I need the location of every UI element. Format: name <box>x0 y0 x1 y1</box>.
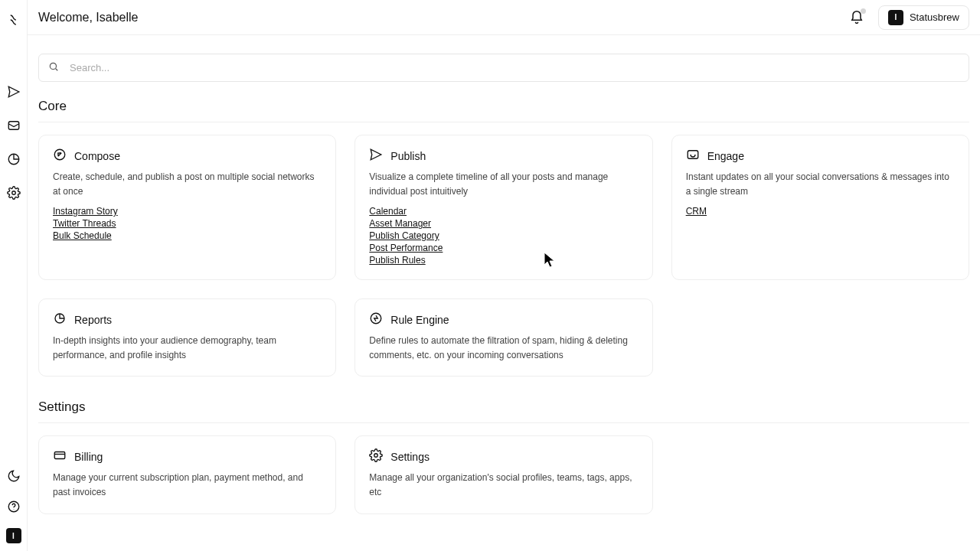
org-switcher[interactable]: I Statusbrew <box>878 5 969 30</box>
link-twitter-threads[interactable]: Twitter Threads <box>53 218 116 229</box>
left-sidebar: I <box>0 0 28 551</box>
org-name: Statusbrew <box>910 11 959 23</box>
card-desc: Visualize a complete timeline of all you… <box>369 170 638 198</box>
card-head-publish[interactable]: Publish <box>369 148 638 164</box>
help-icon[interactable] <box>5 497 23 516</box>
card-desc: Instant updates on all your social conve… <box>686 170 955 198</box>
theme-toggle-icon[interactable] <box>5 467 23 485</box>
card-head-settings[interactable]: Settings <box>369 448 638 465</box>
card-desc: Manage your current subscription plan, p… <box>53 471 322 499</box>
card-title: Reports <box>74 314 112 326</box>
card-title: Rule Engine <box>390 314 449 326</box>
sidebar-item-engage[interactable] <box>5 116 23 135</box>
card-head-compose[interactable]: Compose <box>53 148 322 164</box>
notification-dot-icon <box>861 8 866 14</box>
link-instagram-story[interactable]: Instagram Story <box>53 206 118 217</box>
link-publish-rules[interactable]: Publish Rules <box>369 255 425 266</box>
link-bulk-schedule[interactable]: Bulk Schedule <box>53 230 112 241</box>
publish-icon <box>369 148 383 164</box>
link-publish-category[interactable]: Publish Category <box>369 230 439 241</box>
card-compose: Compose Create, schedule, and publish a … <box>38 135 336 280</box>
svg-point-5 <box>50 63 56 69</box>
card-desc: Create, schedule, and publish a post on … <box>53 170 322 198</box>
card-settings: Settings Manage all your organization's … <box>354 435 652 514</box>
card-desc: Define rules to automate the filtration … <box>369 334 638 362</box>
card-title: Engage <box>707 150 744 162</box>
card-title: Settings <box>390 451 430 463</box>
svg-point-4 <box>13 509 14 510</box>
compose-icon <box>53 148 67 164</box>
card-engage: Engage Instant updates on all your socia… <box>671 135 969 280</box>
rule-engine-icon <box>369 311 383 328</box>
sidebar-avatar[interactable]: I <box>6 528 21 543</box>
link-asset-manager[interactable]: Asset Manager <box>369 218 431 229</box>
search-icon <box>48 61 70 74</box>
section-divider <box>38 422 969 423</box>
reports-icon <box>53 311 67 328</box>
card-head-billing[interactable]: Billing <box>53 448 322 465</box>
section-divider <box>38 122 969 122</box>
card-desc: Manage all your organization's social pr… <box>369 471 638 499</box>
page-title: Welcome, Isabelle <box>38 11 138 24</box>
link-calendar[interactable]: Calendar <box>369 206 407 217</box>
card-head-engage[interactable]: Engage <box>686 148 955 164</box>
org-avatar: I <box>888 10 903 25</box>
billing-icon <box>53 448 67 465</box>
notifications-button[interactable] <box>849 10 864 25</box>
link-post-performance[interactable]: Post Performance <box>369 243 443 253</box>
search-input[interactable] <box>70 62 959 73</box>
section-title-settings: Settings <box>38 399 969 415</box>
sidebar-item-settings[interactable] <box>5 184 23 202</box>
card-title: Billing <box>74 451 103 463</box>
main-content: Core Compose Create, schedule, and publi… <box>28 35 980 551</box>
svg-point-11 <box>374 454 378 458</box>
card-billing: Billing Manage your current subscription… <box>38 435 336 514</box>
header: Welcome, Isabelle I Statusbrew <box>28 0 980 35</box>
svg-rect-7 <box>688 151 698 159</box>
card-head-reports[interactable]: Reports <box>53 311 322 328</box>
svg-rect-0 <box>8 122 19 130</box>
link-crm[interactable]: CRM <box>686 206 707 217</box>
card-head-rule-engine[interactable]: Rule Engine <box>369 311 638 328</box>
settings-icon <box>369 448 383 465</box>
sidebar-item-reports[interactable] <box>5 150 23 168</box>
engage-icon <box>686 148 700 164</box>
search-bar[interactable] <box>38 54 969 82</box>
section-title-core: Core <box>38 99 969 114</box>
card-reports: Reports In-depth insights into your audi… <box>38 298 336 377</box>
card-desc: In-depth insights into your audience dem… <box>53 334 322 362</box>
card-title: Compose <box>74 150 120 162</box>
card-title: Publish <box>390 150 426 162</box>
svg-rect-10 <box>54 452 65 459</box>
sidebar-item-publish[interactable] <box>5 83 23 101</box>
card-publish: Publish Visualize a complete timeline of… <box>354 135 652 280</box>
brand-logo-icon[interactable] <box>5 11 23 29</box>
svg-point-2 <box>11 191 15 195</box>
card-rule-engine: Rule Engine Define rules to automate the… <box>354 298 652 377</box>
